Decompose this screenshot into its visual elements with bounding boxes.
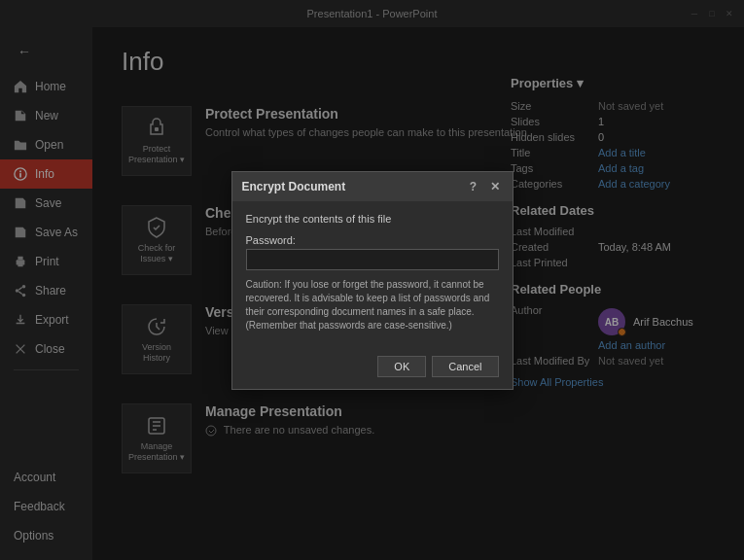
modal-overlay: Encrypt Document ? ✕ Encrypt the content…	[0, 0, 744, 560]
modal-caution-text: Caution: If you lose or forget the passw…	[246, 278, 499, 332]
ok-button[interactable]: OK	[377, 356, 426, 377]
modal-footer: OK Cancel	[232, 356, 513, 389]
modal-header: Encrypt Document ? ✕	[232, 172, 513, 201]
modal-close-button[interactable]: ✕	[487, 179, 503, 194]
password-input[interactable]	[246, 249, 499, 270]
modal-header-controls: ? ✕	[466, 179, 503, 194]
modal-question-mark[interactable]: ?	[466, 179, 481, 194]
modal-title: Encrypt Document	[242, 180, 346, 193]
modal-subtitle: Encrypt the contents of this file	[246, 213, 499, 225]
encrypt-document-modal: Encrypt Document ? ✕ Encrypt the content…	[231, 171, 514, 390]
password-label: Password:	[246, 234, 499, 246]
modal-body: Encrypt the contents of this file Passwo…	[232, 201, 513, 356]
cancel-button[interactable]: Cancel	[432, 356, 498, 377]
